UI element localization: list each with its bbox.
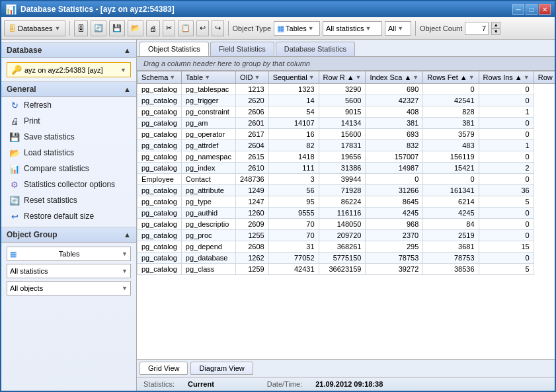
table-row[interactable]: pg_catalogpg_authid126095551161164245424… — [138, 208, 555, 219]
databases-dropdown-button[interactable]: 🗄 Databases ▼ — [4, 20, 65, 36]
table-cell: 2601 — [235, 118, 268, 129]
rowread-filter-icon: ▼ — [356, 74, 362, 81]
maximize-button[interactable]: □ — [526, 4, 537, 15]
sidebar-item-load[interactable]: 📂 Load statistics — [1, 145, 136, 161]
sidebar-item-restore[interactable]: ↩ Restore default size — [1, 208, 136, 224]
table-row[interactable]: pg_catalogpg_descriptio26097014805096884… — [138, 219, 555, 230]
table-cell: 1259 — [235, 264, 268, 275]
table-icon: ▦ — [277, 24, 284, 33]
toolbar: 🗄 Databases ▼ 🗄 🔄 💾 📂 🖨 ✂ 📋 ↩ ↪ Object T… — [1, 17, 555, 40]
table-cell: 0 — [479, 253, 534, 264]
tab-database-statistics[interactable]: Database Statistics — [276, 42, 355, 56]
table-cell: 0 — [479, 129, 534, 140]
table-row[interactable]: pg_catalogpg_database1262770525775150787… — [138, 253, 555, 264]
table-select-icon: ▦ — [10, 250, 17, 258]
all-dropdown[interactable]: All ▼ — [385, 21, 411, 36]
toolbar-icon-1[interactable]: 🗄 — [74, 20, 88, 36]
object-count-spin[interactable]: ▲ ▼ — [491, 22, 500, 35]
title-bar: 📊 Database Statistics - [ayz on ayz2:543… — [1, 1, 555, 17]
tab-grid-view[interactable]: Grid View — [139, 362, 188, 375]
toolbar-icon-7[interactable]: 📋 — [178, 20, 194, 36]
col-rowsinserted[interactable]: Rows Ins ▲▼ — [479, 71, 534, 84]
table-container[interactable]: Schema▼ Table▼ OID▼ Sequential▼ Row R ▲▼… — [137, 71, 555, 359]
col-oid[interactable]: OID▼ — [235, 71, 268, 84]
load-statistics-icon: 📂 — [9, 147, 20, 158]
table-cell: 0 — [479, 151, 534, 163]
sidebar-item-save[interactable]: 💾 Save statistics — [1, 129, 136, 145]
table-row[interactable]: pg_catalogpg_constraint26065490154088281 — [138, 106, 555, 118]
all-statistics-dropdown[interactable]: All statistics ▼ — [323, 21, 382, 36]
object-count-input[interactable] — [465, 22, 489, 35]
tab-diagram-view[interactable]: Diagram View — [190, 362, 253, 375]
database-collapse-icon[interactable]: ▲ — [124, 46, 131, 54]
col-sequential[interactable]: Sequential▼ — [268, 71, 319, 84]
toolbar-icon-9[interactable]: ↪ — [212, 20, 224, 36]
col-schema[interactable]: Schema▼ — [138, 71, 182, 84]
object-group-section-header: Object Group ▲ — [1, 227, 136, 243]
table-cell: 248736 — [235, 174, 268, 185]
table-cell: pg_proc — [181, 230, 235, 241]
table-cell: 209720 — [319, 230, 366, 241]
sidebar-item-collector[interactable]: ⚙ Statistics collector options — [1, 176, 136, 192]
table-cell: 2 — [479, 163, 534, 174]
table-cell: 2609 — [235, 219, 268, 230]
table-row[interactable]: pg_catalogpg_depend260831368261295368115 — [138, 241, 555, 253]
oid-filter-icon: ▼ — [255, 74, 260, 81]
rowsins-filter-icon: ▼ — [524, 74, 530, 81]
toolbar-icon-5[interactable]: 🖨 — [146, 20, 160, 36]
table-row[interactable]: pg_catalogpg_type12479586224864562145 — [138, 196, 555, 208]
table-row[interactable]: pg_catalogpg_attribute124956719283126616… — [138, 185, 555, 196]
toolbar-icon-3[interactable]: 💾 — [109, 20, 125, 36]
col-indexscan[interactable]: Index Sca ▲▼ — [366, 71, 423, 84]
table-cell: 4245 — [366, 208, 423, 219]
object-group-objects-dropdown[interactable]: All objects ▼ — [7, 281, 131, 295]
table-cell: pg_namespac — [181, 151, 235, 163]
sidebar-item-refresh[interactable]: ↻ Refresh — [1, 97, 136, 113]
toolbar-icon-8[interactable]: ↩ — [196, 20, 209, 36]
object-group-collapse-icon[interactable]: ▲ — [124, 231, 131, 239]
object-type-label: Object Type — [233, 24, 272, 32]
all-stats-chevron-icon: ▼ — [365, 25, 371, 32]
table-row[interactable]: pg_catalogpg_operator2617161560069335790 — [138, 129, 555, 140]
toolbar-icon-6[interactable]: ✂ — [163, 20, 175, 36]
col-rowsfetched[interactable]: Rows Fet ▲▼ — [423, 71, 479, 84]
tables-dropdown[interactable]: ▦ Tables ▼ — [274, 21, 320, 36]
table-row[interactable]: pg_catalogpg_trigger26201456004232742541… — [138, 95, 555, 106]
table-cell: 3681 — [423, 241, 479, 253]
database-selector[interactable]: 🔑 ayz on ayz2:54383 [ayz] ▼ — [7, 62, 131, 77]
close-button[interactable]: ✕ — [539, 4, 551, 15]
sidebar-item-print[interactable]: 🖨 Print — [1, 113, 136, 129]
table-cell: pg_catalog — [138, 196, 182, 208]
table-cell: pg_index — [181, 163, 235, 174]
tab-object-statistics[interactable]: Object Statistics — [139, 42, 209, 56]
col-table[interactable]: Table▼ — [181, 71, 235, 84]
minimize-button[interactable]: ─ — [512, 4, 524, 15]
spin-down-button[interactable]: ▼ — [491, 28, 500, 35]
table-row[interactable]: pg_catalogpg_tablespac12131323329069000 — [138, 84, 555, 95]
table-row[interactable]: pg_catalogpg_attrdef260482178318324831 — [138, 140, 555, 151]
object-group-tables-dropdown[interactable]: ▦ Tables ▼ — [7, 247, 131, 261]
table-cell: 82 — [268, 140, 319, 151]
table-row[interactable]: pg_catalogpg_am260114107141343813810 — [138, 118, 555, 129]
table-row[interactable]: pg_catalogpg_index2610111313861498715421… — [138, 163, 555, 174]
table-cell: pg_tablespac — [181, 84, 235, 95]
table-row[interactable]: pg_catalogpg_proc125570209720237025190 — [138, 230, 555, 241]
col-rowread[interactable]: Row R ▲▼ — [319, 71, 366, 84]
table-cell: 0 — [479, 208, 534, 219]
general-collapse-icon[interactable]: ▲ — [124, 85, 131, 93]
object-group-stats-dropdown[interactable]: All statistics ▼ — [7, 264, 131, 278]
sidebar-item-reset[interactable]: 🔄 Reset statistics — [1, 192, 136, 208]
sidebar-item-compare[interactable]: 📊 Compare statistics — [1, 161, 136, 176]
table-cell: 15421 — [423, 163, 479, 174]
refresh-icon: ↻ — [9, 100, 20, 110]
tab-field-statistics[interactable]: Field Statistics — [210, 42, 274, 56]
table-row[interactable]: EmployeeContact248736339944000 — [138, 174, 555, 185]
toolbar-icon-2[interactable]: 🔄 — [91, 20, 106, 36]
table-row[interactable]: pg_catalogpg_class1259424313662315939272… — [138, 264, 555, 275]
spin-up-button[interactable]: ▲ — [491, 22, 500, 28]
table-row[interactable]: pg_catalogpg_namespac2615141819656157007… — [138, 151, 555, 163]
table-cell: 16 — [268, 129, 319, 140]
col-row[interactable]: Row — [534, 71, 555, 84]
toolbar-icon-4[interactable]: 📂 — [128, 20, 143, 36]
sidebar-save-label: Save statistics — [24, 132, 75, 141]
